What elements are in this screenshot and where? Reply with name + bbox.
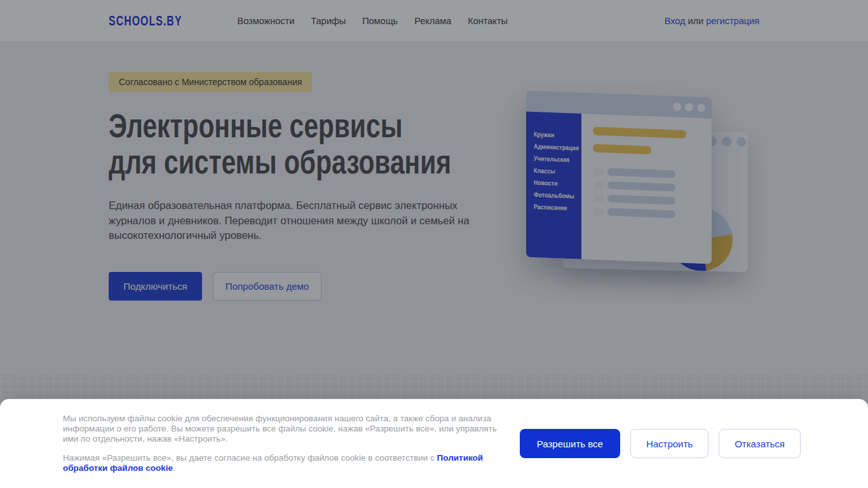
cookie-consent-banner: Мы используем файлы cookie для обеспечен… [0, 399, 868, 488]
cookie-paragraph-2-text: Нажимая «Разрешить все», вы даете соглас… [63, 453, 437, 463]
cookie-paragraph-1: Мы используем файлы cookie для обеспечен… [63, 414, 512, 444]
allow-all-cookies-button[interactable]: Разрешить все [520, 429, 620, 458]
cookie-paragraph-2-period: . [173, 463, 175, 473]
cookie-text: Мы используем файлы cookie для обеспечен… [63, 414, 512, 473]
configure-cookies-button[interactable]: Настроить [630, 429, 709, 458]
cookie-paragraph-2: Нажимая «Разрешить все», вы даете соглас… [63, 453, 512, 473]
cookie-buttons: Разрешить все Настроить Отказаться [520, 429, 801, 458]
decline-cookies-button[interactable]: Отказаться [719, 429, 801, 458]
